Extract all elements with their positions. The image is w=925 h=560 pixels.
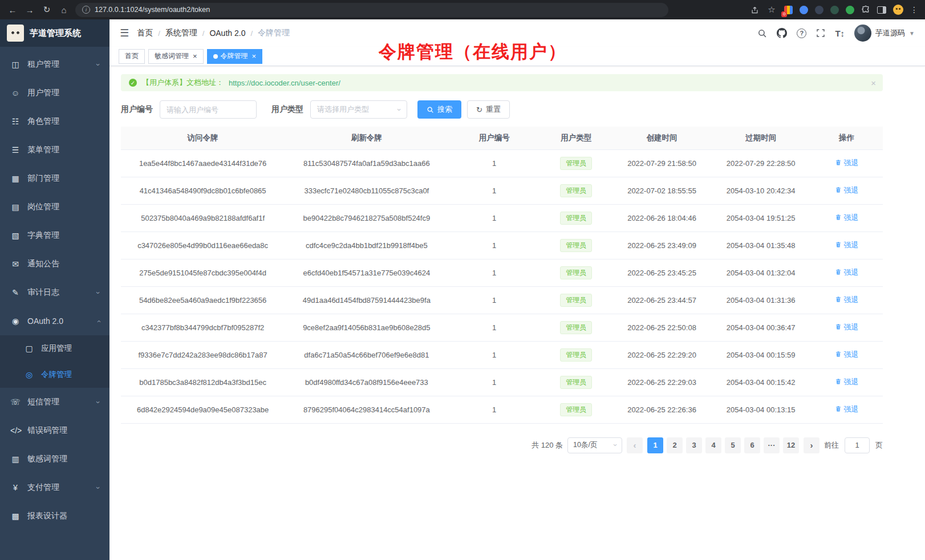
page-button-5[interactable]: 5 bbox=[725, 437, 741, 453]
alert-close-icon[interactable]: × bbox=[871, 78, 876, 88]
user-type-badge: 管理员 bbox=[560, 184, 592, 197]
tab-令牌管理[interactable]: 令牌管理× bbox=[207, 49, 263, 64]
sidebar-item-post[interactable]: ▤岗位管理 bbox=[0, 193, 109, 221]
sidebar-item-dict[interactable]: ▧字典管理 bbox=[0, 221, 109, 250]
force-logout-button[interactable]: 强退 bbox=[835, 240, 859, 250]
tab-active-dot bbox=[213, 54, 218, 59]
user-id-input[interactable] bbox=[160, 100, 257, 119]
force-logout-button[interactable]: 强退 bbox=[835, 404, 859, 415]
breadcrumb-item[interactable]: 令牌管理 bbox=[258, 28, 290, 38]
breadcrumb: 首页/系统管理/OAuth 2.0/令牌管理 bbox=[137, 28, 290, 38]
user-type-badge: 管理员 bbox=[560, 321, 592, 334]
doc-link[interactable]: https://doc.iocoder.cn/user-center/ bbox=[229, 79, 340, 87]
access-token-cell: 1ea5e44f8bc1467aaede43144f31de76 bbox=[121, 149, 285, 177]
user-type-select[interactable]: 请选择用户类型 › bbox=[310, 100, 407, 119]
refresh-token-cell: 9ce8ef2aa9f14056b831ae9b608e28d5 bbox=[285, 314, 448, 341]
sidebar-item-role[interactable]: ☷角色管理 bbox=[0, 107, 109, 136]
breadcrumb-item[interactable]: 首页 bbox=[137, 28, 153, 38]
side-panel-icon[interactable] bbox=[877, 6, 886, 14]
expire-time-cell: 2054-03-04 01:35:48 bbox=[711, 232, 810, 259]
sidebar-item-tenant[interactable]: ◫租户管理› bbox=[0, 50, 109, 79]
help-icon[interactable]: ? bbox=[797, 29, 806, 38]
address-bar[interactable]: i 127.0.0.1:1024/system/oauth2/token bbox=[75, 3, 668, 17]
tab-close-icon[interactable]: × bbox=[193, 52, 197, 60]
extension-green-icon[interactable] bbox=[846, 6, 854, 14]
sidebar-item-oauth2[interactable]: ◉OAuth 2.0› bbox=[0, 307, 109, 335]
extension-dark2-icon[interactable] bbox=[830, 6, 839, 14]
sidebar-item-label: 报表设计器 bbox=[27, 511, 67, 521]
browser-profile-avatar[interactable] bbox=[893, 5, 903, 15]
fullscreen-icon[interactable] bbox=[816, 29, 825, 38]
word-icon: ▥ bbox=[10, 455, 21, 464]
force-logout-button[interactable]: 强退 bbox=[835, 377, 859, 387]
goto-page-input[interactable] bbox=[845, 437, 870, 453]
sidebar-item-menu[interactable]: ☰菜单管理 bbox=[0, 136, 109, 164]
extension-icon[interactable]: 0 bbox=[784, 6, 793, 14]
notice-icon: ✉ bbox=[10, 259, 21, 269]
prev-page-button[interactable]: ‹ bbox=[627, 437, 643, 453]
back-icon[interactable]: ← bbox=[7, 5, 18, 15]
forward-icon[interactable]: → bbox=[24, 5, 35, 15]
sidebar-item-sensitive[interactable]: ▥敏感词管理 bbox=[0, 445, 109, 473]
page-button-3[interactable]: 3 bbox=[686, 437, 702, 453]
sidebar-item-oauth2-app[interactable]: ▢应用管理 bbox=[0, 335, 109, 362]
bookmark-star-icon[interactable]: ☆ bbox=[766, 5, 777, 15]
home-icon[interactable]: ⌂ bbox=[58, 5, 70, 15]
github-icon[interactable] bbox=[777, 28, 787, 38]
share-icon[interactable] bbox=[750, 6, 759, 14]
reset-button[interactable]: ↻ 重置 bbox=[467, 100, 510, 119]
font-size-icon[interactable]: T↕ bbox=[835, 29, 845, 38]
sidebar-item-dept[interactable]: ▦部门管理 bbox=[0, 164, 109, 193]
sidebar-item-pay[interactable]: ¥支付管理› bbox=[0, 473, 109, 502]
hamburger-icon[interactable]: ☰ bbox=[120, 27, 129, 39]
tab-bar: 首页敏感词管理×令牌管理× bbox=[109, 47, 925, 66]
page-button-6[interactable]: 6 bbox=[744, 437, 760, 453]
browser-chrome: ← → ↻ ⌂ i 127.0.0.1:1024/system/oauth2/t… bbox=[0, 0, 925, 19]
extension-dark-icon[interactable] bbox=[815, 6, 823, 14]
extensions-puzzle-icon[interactable] bbox=[861, 5, 870, 14]
force-logout-button[interactable]: 强退 bbox=[835, 295, 859, 305]
force-logout-button[interactable]: 强退 bbox=[835, 267, 859, 278]
search-button[interactable]: 搜索 bbox=[417, 100, 461, 119]
sidebar-item-user[interactable]: ☺用户管理 bbox=[0, 79, 109, 107]
breadcrumb-item[interactable]: 系统管理 bbox=[165, 28, 197, 38]
page-button-12[interactable]: 12 bbox=[783, 437, 799, 453]
user-id-cell: 1 bbox=[448, 341, 539, 368]
sidebar-item-audit[interactable]: ✎审计日志› bbox=[0, 278, 109, 307]
create-time-cell: 2022-06-25 22:29:20 bbox=[612, 341, 712, 368]
users-icon: ◫ bbox=[10, 60, 21, 69]
page-button-2[interactable]: 2 bbox=[667, 437, 683, 453]
browser-menu-icon[interactable]: ⋮ bbox=[910, 5, 918, 14]
page-size-select[interactable]: 10条/页 › bbox=[567, 437, 622, 453]
sidebar-item-report[interactable]: ▩报表设计器 bbox=[0, 502, 109, 530]
force-logout-label: 强退 bbox=[844, 322, 859, 332]
force-logout-button[interactable]: 强退 bbox=[835, 350, 859, 360]
tab-close-icon[interactable]: × bbox=[252, 52, 257, 60]
force-logout-button[interactable]: 强退 bbox=[835, 213, 859, 223]
site-info-icon[interactable]: i bbox=[82, 6, 90, 14]
expire-time-cell: 2054-03-04 01:32:04 bbox=[711, 259, 810, 286]
breadcrumb-item[interactable]: OAuth 2.0 bbox=[209, 29, 245, 38]
user-menu[interactable]: 芋道源码 ▼ bbox=[854, 25, 915, 42]
tab-首页[interactable]: 首页 bbox=[119, 49, 145, 64]
reload-icon[interactable]: ↻ bbox=[41, 5, 52, 15]
force-logout-button[interactable]: 强退 bbox=[835, 322, 859, 332]
page-button-4[interactable]: 4 bbox=[705, 437, 721, 453]
next-page-button[interactable]: › bbox=[804, 437, 819, 453]
user-type-badge: 管理员 bbox=[560, 403, 592, 416]
tab-敏感词管理[interactable]: 敏感词管理× bbox=[148, 49, 204, 64]
more-pages-button[interactable]: ··· bbox=[764, 437, 780, 453]
sidebar-item-notice[interactable]: ✉通知公告 bbox=[0, 250, 109, 278]
chevron-icon: › bbox=[94, 291, 102, 294]
force-logout-button[interactable]: 强退 bbox=[835, 158, 859, 168]
sidebar-item-sms[interactable]: ☏短信管理› bbox=[0, 388, 109, 416]
page-button-1[interactable]: 1 bbox=[647, 437, 663, 453]
sidebar-item-oauth2-token[interactable]: ◎令牌管理 bbox=[0, 362, 109, 388]
force-logout-button[interactable]: 强退 bbox=[835, 185, 859, 196]
search-icon[interactable] bbox=[757, 29, 767, 38]
app-logo[interactable]: 芋道管理系统 bbox=[0, 19, 109, 47]
access-token-cell: 502375b8040a469a9b82188afdf6af1f bbox=[121, 204, 285, 232]
extension-blue-icon[interactable] bbox=[800, 6, 808, 14]
sidebar-item-errcode[interactable]: </>错误码管理 bbox=[0, 416, 109, 445]
force-logout-label: 强退 bbox=[844, 240, 859, 250]
